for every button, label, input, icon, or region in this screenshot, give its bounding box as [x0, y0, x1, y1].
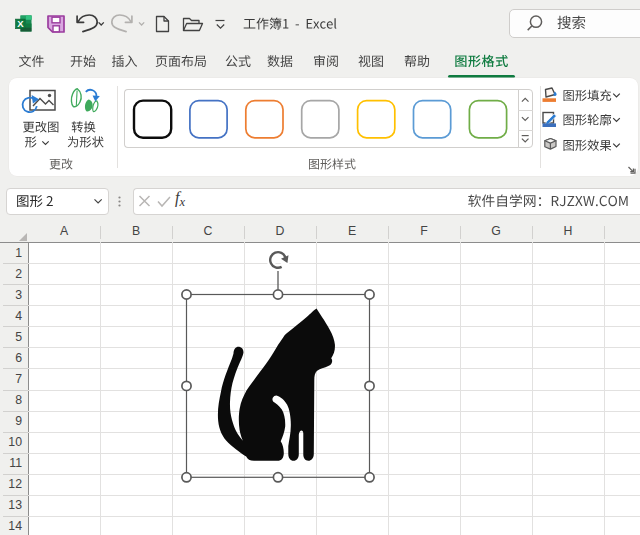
svg-text:X: X: [17, 18, 24, 29]
